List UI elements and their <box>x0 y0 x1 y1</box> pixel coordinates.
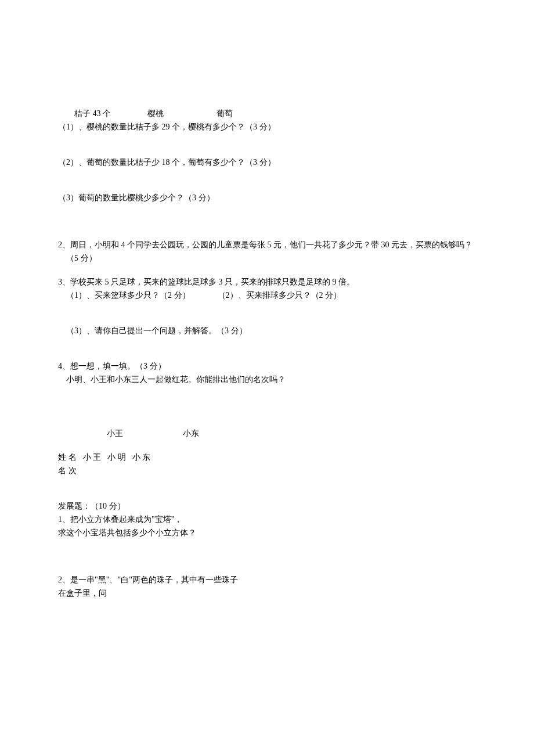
table-rank-label: 名 次 <box>58 465 77 477</box>
name-wang: 小王 <box>107 427 123 440</box>
problem-3-sub3: （3）、请你自己提出一个问题，并解答。（3 分） <box>58 324 476 337</box>
table-header-c2: 小 明 <box>107 451 126 463</box>
table-rank-row: 名 次 <box>58 464 476 477</box>
extension-q2-line2: 在盒子里，问 <box>58 586 476 600</box>
extension-q2-line1: 2、是一串"黑"、"白"两色的珠子，其中有一些珠子 <box>58 573 476 586</box>
problem-3-line1: 3、学校买来 5 只足球，买来的篮球比足球多 3 只，买来的排球只数是足球的 9… <box>58 275 476 289</box>
cherry-label: 樱桃 <box>147 109 164 118</box>
problem-2-line1: 2、周日，小明和 4 个同学去公园玩，公园的儿童票是每张 5 元，他们一共花了多… <box>58 238 476 251</box>
problem-4-names-row: 小王 小东 <box>58 427 476 440</box>
extension-title: 发展题：（10 分） <box>58 499 476 513</box>
grape-label: 葡萄 <box>217 109 233 118</box>
fruit-q2: （2）、葡萄的数量比桔子少 18 个，葡萄有多少个？（3 分） <box>58 156 476 169</box>
name-dong: 小东 <box>183 427 199 440</box>
problem-3-sub2: （2）、买来排球多少只？（2 分） <box>218 291 342 300</box>
problem-3-subs: （1）、买来篮球多少只？（2 分） （2）、买来排球多少只？（2 分） <box>58 289 476 302</box>
table-header-c1: 小 王 <box>83 451 102 463</box>
fruit-q1: （1）、樱桃的数量比桔子多 29 个，樱桃有多少个？（3 分） <box>58 120 476 134</box>
extension-q1-line1: 1、把小立方体叠起来成为"宝塔"， <box>58 513 476 526</box>
problem-4-line1: 4、想一想，填一填。（3 分） <box>58 359 476 373</box>
problem-3-sub1: （1）、买来篮球多少只？（2 分） <box>66 291 190 300</box>
fruit-q3: （3）葡萄的数量比樱桃少多少个？（3 分） <box>58 191 476 204</box>
problem-2-line2: （5 分） <box>58 251 476 265</box>
orange-label: 桔子 43 个 <box>74 109 111 118</box>
table-header-label: 姓 名 <box>58 451 77 463</box>
table-header-row: 姓 名 小 王 小 明 小 东 <box>58 451 476 464</box>
problem-4-line2: 小明、小王和小东三人一起做红花。你能排出他们的名次吗？ <box>58 373 476 386</box>
fruit-row: 桔子 43 个 樱桃 葡萄 <box>58 107 476 120</box>
table-header-c3: 小 东 <box>132 451 151 463</box>
extension-q1-line2: 求这个小宝塔共包括多少个小立方体？ <box>58 526 476 539</box>
